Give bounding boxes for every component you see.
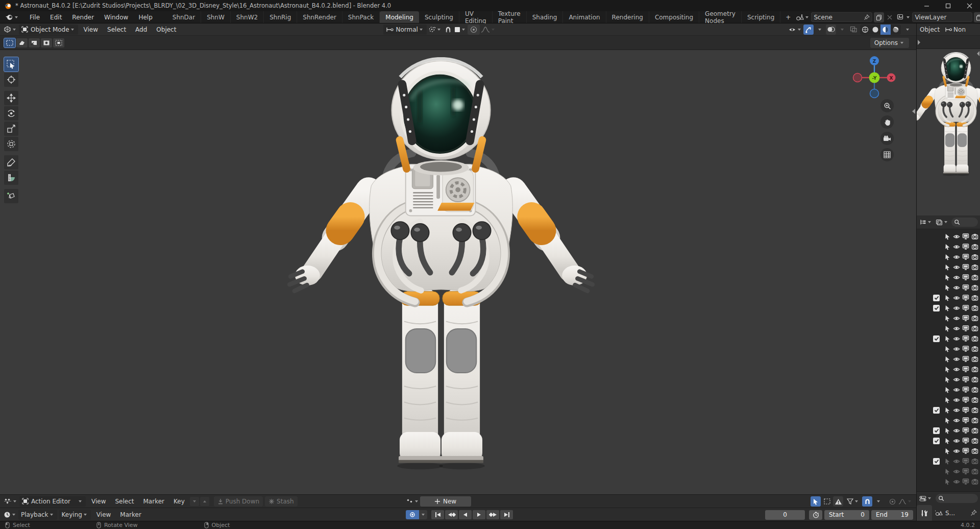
stash-button[interactable]: Stash — [265, 496, 298, 507]
viewport-disable-toggle[interactable] — [962, 325, 969, 332]
action-up-button[interactable] — [200, 497, 209, 506]
workspace-tab[interactable]: ShnRender — [297, 11, 342, 23]
hide-eye-toggle[interactable] — [953, 458, 960, 465]
viewport-menu[interactable]: Select — [103, 26, 131, 33]
hide-eye-toggle[interactable] — [953, 304, 960, 311]
tool-rotate[interactable] — [4, 106, 18, 121]
select-mode-set[interactable] — [4, 38, 15, 47]
viewport-disable-toggle[interactable] — [962, 304, 969, 311]
selectable-toggle[interactable] — [944, 304, 951, 311]
scene-icon[interactable] — [796, 14, 804, 21]
mode-selector[interactable]: Object Mode — [19, 25, 78, 35]
new-action-button[interactable]: New — [420, 496, 471, 507]
warning-indicator[interactable] — [833, 496, 843, 507]
workspace-tab[interactable]: ShnDar — [167, 11, 201, 23]
selectable-toggle[interactable] — [944, 284, 951, 291]
outliner-row[interactable] — [917, 446, 980, 456]
outliner-row[interactable] — [917, 272, 980, 282]
hide-eye-toggle[interactable] — [953, 263, 960, 271]
workspace-tab[interactable]: ShnW — [201, 11, 231, 23]
next-keyframe-button[interactable] — [486, 510, 499, 519]
gizmo-minus-z-axis[interactable] — [870, 89, 879, 98]
tool-scale[interactable] — [4, 122, 18, 136]
hide-eye-toggle[interactable] — [953, 294, 960, 301]
render-disable-toggle[interactable] — [971, 263, 978, 271]
outliner-row[interactable] — [917, 395, 980, 405]
hide-eye-toggle[interactable] — [953, 386, 960, 393]
viewport-disable-toggle[interactable] — [962, 335, 969, 342]
exclude-checkbox[interactable] — [933, 335, 940, 342]
viewport-disable-toggle[interactable] — [962, 406, 969, 414]
hide-eye-toggle[interactable] — [953, 406, 960, 414]
render-disable-toggle[interactable] — [971, 253, 978, 260]
scene-crumb-icon[interactable] — [935, 510, 943, 516]
outliner-row[interactable] — [917, 303, 980, 313]
close-button[interactable] — [959, 0, 980, 11]
select-mode-intersect[interactable] — [53, 38, 64, 47]
frame-end-field[interactable]: End19 — [871, 510, 913, 520]
render-disable-toggle[interactable] — [971, 233, 978, 240]
viewport-disable-toggle[interactable] — [962, 468, 969, 475]
selectable-toggle[interactable] — [944, 417, 951, 424]
render-disable-toggle[interactable] — [971, 376, 978, 383]
viewport-disable-toggle[interactable] — [962, 345, 969, 352]
tool-move[interactable] — [4, 91, 18, 105]
render-disable-toggle[interactable] — [971, 366, 978, 373]
render-disable-toggle[interactable] — [971, 274, 978, 281]
outliner-row[interactable] — [917, 293, 980, 303]
workspace-tab[interactable]: ShnW2 — [231, 11, 264, 23]
viewport-disable-toggle[interactable] — [962, 478, 969, 485]
visibility-dropdown[interactable] — [789, 25, 802, 35]
outliner-row[interactable] — [917, 354, 980, 364]
minimize-button[interactable] — [916, 0, 937, 11]
viewport-disable-toggle[interactable] — [962, 294, 969, 301]
hide-eye-toggle[interactable] — [953, 366, 960, 373]
viewport-disable-toggle[interactable] — [962, 417, 969, 424]
workspace-tab[interactable]: Compositing — [649, 11, 699, 23]
transform-orientation-selector[interactable]: Normal — [383, 25, 426, 35]
action-down-button[interactable] — [190, 497, 199, 506]
render-disable-toggle[interactable] — [971, 386, 978, 393]
selectable-toggle[interactable] — [944, 243, 951, 250]
outliner-row[interactable] — [917, 456, 980, 466]
workspace-tab[interactable]: Texture Paint — [493, 11, 527, 23]
navigation-gizmo[interactable]: Z X -Y — [851, 54, 898, 101]
viewport-menu[interactable]: Add — [131, 26, 152, 33]
render-disable-toggle[interactable] — [971, 325, 978, 332]
tool-select-box[interactable] — [4, 57, 18, 71]
viewport-3d[interactable]: Z X -Y — [0, 50, 916, 494]
shading-wireframe-button[interactable] — [860, 25, 870, 35]
viewport-disable-toggle[interactable] — [962, 437, 969, 444]
workspace-tab[interactable]: Animation — [563, 11, 606, 23]
render-disable-toggle[interactable] — [971, 335, 978, 342]
selectable-toggle[interactable] — [944, 345, 951, 352]
dope-mode-selector[interactable]: Action Editor — [19, 496, 86, 507]
render-disable-toggle[interactable] — [971, 468, 978, 475]
hide-eye-toggle[interactable] — [953, 478, 960, 485]
scene-crumb-label[interactable]: S... — [945, 510, 968, 517]
tool-add-primitive[interactable] — [4, 189, 18, 203]
dope-select-tool[interactable] — [811, 496, 821, 507]
viewport-disable-toggle[interactable] — [962, 263, 969, 271]
maximize-button[interactable] — [937, 0, 959, 11]
render-disable-toggle[interactable] — [971, 447, 978, 454]
pan-hand-button[interactable] — [880, 115, 894, 129]
action-editor-menu[interactable]: Key — [169, 498, 189, 505]
filter-button[interactable] — [847, 496, 860, 507]
xray-toggle[interactable] — [848, 25, 859, 35]
viewport-disable-toggle[interactable] — [962, 376, 969, 383]
selectable-toggle[interactable] — [944, 478, 951, 485]
proportional-falloff-button[interactable] — [481, 25, 496, 35]
playback-menu[interactable]: Playback — [18, 510, 57, 520]
outliner-row[interactable] — [917, 323, 980, 333]
outliner-row[interactable] — [917, 262, 980, 272]
topbar-menu[interactable]: Render — [67, 14, 99, 21]
dope-proportional-toggle[interactable] — [887, 496, 897, 507]
workspace-tab[interactable]: Shading — [527, 11, 564, 23]
hide-eye-toggle[interactable] — [953, 417, 960, 424]
new-view-layer-button[interactable] — [974, 12, 980, 22]
hide-eye-toggle[interactable] — [953, 325, 960, 332]
selectable-toggle[interactable] — [944, 366, 951, 373]
hide-eye-toggle[interactable] — [953, 437, 960, 444]
render-disable-toggle[interactable] — [971, 427, 978, 434]
